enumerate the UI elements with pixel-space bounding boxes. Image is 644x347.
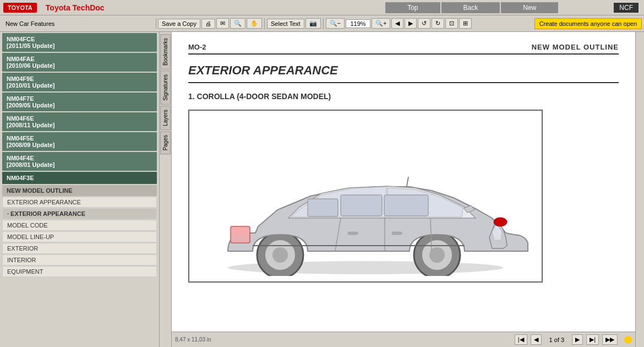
sidebar-item-nm04f9e[interactable]: NM04F9E [2010/01 Update] bbox=[2, 73, 157, 91]
doc-scroll-area[interactable]: MO-2 NEW MODEL OUTLINE EXTERIOR APPEARAN… bbox=[172, 32, 635, 332]
car-image-box bbox=[188, 110, 543, 283]
sidebar-sub-item-model-lineup[interactable]: MODEL LINE-UP bbox=[2, 231, 157, 242]
prev-page-button[interactable]: ◀ bbox=[391, 18, 403, 29]
side-tabs: Bookmarks Signatures Layers Pages bbox=[160, 32, 172, 347]
doc-main-title: EXTERIOR APPEARANCE bbox=[188, 63, 619, 83]
sidebar-sub-item-ext-appear-active[interactable]: · EXTERIOR APPEARANCE bbox=[2, 208, 157, 219]
nav-buttons: Top Back New bbox=[330, 2, 614, 13]
toyota-logo: TOYOTA bbox=[3, 3, 37, 13]
zoom-input[interactable] bbox=[346, 19, 370, 28]
sidebar-item-nm04fae[interactable]: NM04FAE [2010/06 Update] bbox=[2, 53, 157, 72]
svg-rect-9 bbox=[384, 195, 428, 216]
status-indicator bbox=[624, 336, 632, 344]
save-copy-button[interactable]: Save a Copy bbox=[158, 19, 200, 29]
sidebar-sub-item-ext-appear[interactable]: EXTERIOR APPEARANCE bbox=[2, 197, 157, 208]
sidebar-sub-item-equipment[interactable]: EQUIPMENT bbox=[2, 266, 157, 277]
rotate-left-button[interactable]: ↺ bbox=[418, 18, 430, 29]
main-area: NM04FCE [2011/05 Update] NM04FAE [2010/0… bbox=[0, 32, 644, 347]
sidebar: NM04FCE [2011/05 Update] NM04FAE [2010/0… bbox=[0, 32, 160, 347]
rotate-right-button[interactable]: ↻ bbox=[432, 18, 444, 29]
doc-section-title: NEW MODEL OUTLINE bbox=[532, 43, 619, 51]
svg-rect-16 bbox=[348, 232, 358, 235]
bookmarks-tab[interactable]: Bookmarks bbox=[160, 34, 171, 69]
separator-1 bbox=[264, 18, 265, 29]
doc-header-line: MO-2 NEW MODEL OUTLINE bbox=[188, 43, 619, 55]
top-bar: TOYOTA Toyota TechDoc Top Back New NCF bbox=[0, 0, 644, 15]
sidebar-sub-item-interior[interactable]: INTERIOR bbox=[2, 254, 157, 265]
layers-tab[interactable]: Layers bbox=[160, 106, 171, 130]
car-image bbox=[195, 116, 536, 276]
doc-sub-title: 1. COROLLA (4-DOOR SEDAN MODEL) bbox=[188, 92, 619, 101]
first-page-button[interactable]: |◀ bbox=[515, 334, 527, 345]
search-button[interactable]: 🔍 bbox=[230, 18, 245, 29]
email-button[interactable]: ✉ bbox=[216, 18, 229, 29]
sidebar-sub-item-exterior[interactable]: EXTERIOR bbox=[2, 243, 157, 254]
play-button[interactable]: ▶▶ bbox=[602, 334, 618, 345]
snapshot-button[interactable]: 📷 bbox=[305, 18, 321, 29]
fit-page-button[interactable]: ⊡ bbox=[445, 18, 458, 29]
ncf-badge: NCF bbox=[614, 3, 638, 13]
sidebar-item-nm04f3e[interactable]: NM04F3E bbox=[2, 172, 157, 184]
prev-page-btn[interactable]: ◀ bbox=[531, 334, 542, 345]
separator-2 bbox=[323, 18, 324, 29]
zoom-out-button[interactable]: 🔍− bbox=[326, 18, 345, 29]
create-doc-button[interactable]: Create documents anyone can open bbox=[534, 18, 642, 29]
signatures-tab[interactable]: Signatures bbox=[160, 71, 171, 105]
app-title: Toyota TechDoc bbox=[40, 3, 330, 12]
bottom-bar: 8,47 x 11,03 in |◀ ◀ 1 of 3 ▶ ▶| ▶▶ bbox=[172, 332, 635, 347]
dimensions-label: 8,47 x 11,03 in bbox=[175, 337, 211, 343]
toolbar: New Car Features Save a Copy 🖨 ✉ 🔍 ✋ Sel… bbox=[0, 15, 644, 32]
svg-rect-14 bbox=[232, 228, 248, 235]
sidebar-item-nm04fce[interactable]: NM04FCE [2011/05 Update] bbox=[2, 33, 157, 52]
sidebar-item-nm04f7e[interactable]: NM04F7E [2009/05 Update] bbox=[2, 93, 157, 111]
back-nav-button[interactable]: Back bbox=[441, 2, 500, 13]
print-button[interactable]: 🖨 bbox=[201, 19, 215, 29]
page-info: 1 of 3 bbox=[549, 337, 565, 343]
sidebar-scroll[interactable]: NM04FCE [2011/05 Update] NM04FAE [2010/0… bbox=[0, 32, 159, 347]
pages-tab[interactable]: Pages bbox=[160, 131, 171, 154]
sidebar-sub-header-nmo[interactable]: NEW MODEL OUTLINE bbox=[2, 185, 157, 196]
sidebar-item-nm04f4e[interactable]: NM04F4E [2008/01 Update] bbox=[2, 152, 157, 171]
svg-line-18 bbox=[407, 177, 408, 186]
next-page-btn2[interactable]: ▶ bbox=[572, 334, 583, 345]
sidebar-sub-item-model-code[interactable]: MODEL CODE bbox=[2, 220, 157, 231]
next-page-button[interactable]: ▶ bbox=[405, 18, 417, 29]
right-scrollbar bbox=[635, 32, 644, 347]
document-content: MO-2 NEW MODEL OUTLINE EXTERIOR APPEARAN… bbox=[172, 32, 635, 347]
svg-point-15 bbox=[494, 218, 507, 226]
doc-mo-label: MO-2 bbox=[188, 43, 206, 51]
sidebar-item-nm04f6e[interactable]: NM04F6E [2008/11 Update] bbox=[2, 112, 157, 131]
last-page-button[interactable]: ▶| bbox=[586, 334, 599, 345]
top-nav-button[interactable]: Top bbox=[385, 2, 440, 13]
sidebar-panel-header: New Car Features bbox=[2, 19, 156, 29]
sidebar-item-nm04f5e[interactable]: NM04F5E [2008/09 Update] bbox=[2, 132, 157, 151]
select-text-button[interactable]: Select Text bbox=[267, 19, 304, 29]
svg-point-3 bbox=[272, 247, 288, 263]
hand-tool-button[interactable]: ✋ bbox=[247, 18, 262, 29]
zoom-in-button[interactable]: 🔍+ bbox=[372, 18, 390, 29]
new-nav-button[interactable]: New bbox=[501, 2, 558, 13]
svg-rect-7 bbox=[308, 199, 338, 216]
toolbar-section-left: Save a Copy 🖨 ✉ 🔍 ✋ Select Text 📷 🔍− 🔍+ … bbox=[158, 18, 472, 29]
svg-rect-8 bbox=[341, 195, 382, 216]
full-screen-button[interactable]: ⊞ bbox=[459, 18, 472, 29]
svg-rect-17 bbox=[392, 232, 402, 235]
